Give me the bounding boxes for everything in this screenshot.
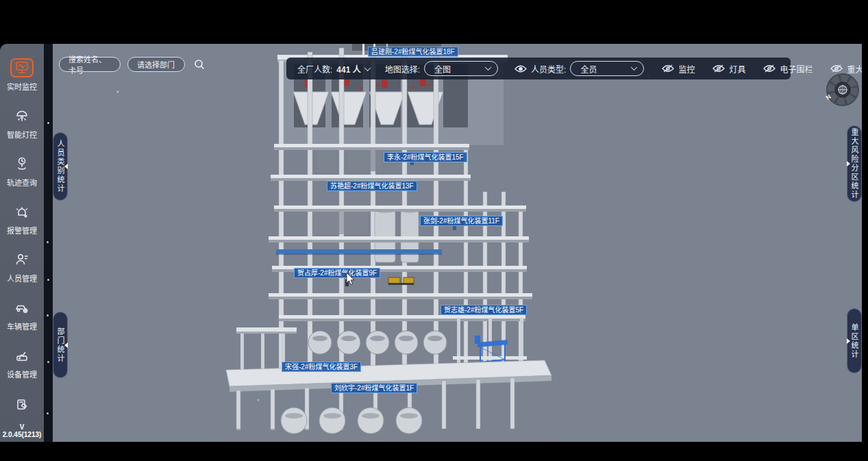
sidebar-item-personnel-management[interactable]: 人员管理 xyxy=(0,242,44,290)
panel-tab-single-zone-stats[interactable]: 单区统计 xyxy=(847,308,862,373)
panel-tab-department-stats[interactable]: 部门统计 xyxy=(53,312,68,378)
person-type-select[interactable]: 全员 xyxy=(570,61,644,76)
toggle-lights[interactable]: 灯具 xyxy=(712,63,745,75)
panel-tab-person-category-stats[interactable]: 人员类别统计 xyxy=(53,132,68,201)
total-headcount[interactable]: 全厂人数: 441 人 xyxy=(297,63,370,75)
app-screen: 实时监控 智能灯控 轨迹查询 报警管理 xyxy=(0,0,868,461)
person-label[interactable]: 吕建刚-2#粉煤气化装置18F xyxy=(368,47,458,57)
sidebar-item-label: 车辆管理 xyxy=(7,321,37,332)
sidebar: 实时监控 智能灯控 轨迹查询 报警管理 xyxy=(0,44,44,442)
toggle-electronic-fence[interactable]: 电子围栏 xyxy=(763,63,813,75)
sidebar-item-vehicle-management[interactable]: 车辆管理 xyxy=(0,290,44,338)
eye-icon[interactable] xyxy=(514,64,527,73)
sidebar-item-realtime-monitor[interactable]: 实时监控 xyxy=(0,51,44,99)
collapse-arrow-icon xyxy=(64,164,68,169)
map-select-label: 地图选择: xyxy=(385,63,420,75)
sidebar-item-label: 人员管理 xyxy=(7,273,37,284)
panel-tab-major-risk-zone-stats[interactable]: 重大风险分区统计 xyxy=(847,125,862,202)
eye-off-icon xyxy=(712,64,725,73)
access-card-icon xyxy=(10,395,34,414)
letterbox-bottom xyxy=(0,442,868,461)
sidebar-item-access-card[interactable] xyxy=(0,386,44,423)
main-row: 实时监控 智能灯控 轨迹查询 报警管理 xyxy=(0,44,868,442)
person-type-group: 人员类型: 全员 xyxy=(514,61,644,76)
chevron-down-icon xyxy=(631,64,638,71)
toggle-monitor[interactable]: 监控 xyxy=(662,63,695,75)
trajectory-icon xyxy=(10,154,34,173)
compass-gizmo[interactable]: N xyxy=(824,72,860,108)
collapse-arrow-icon xyxy=(847,161,850,166)
monitor-icon xyxy=(10,58,34,77)
sidebar-item-equipment-management[interactable]: 设备管理 xyxy=(0,338,44,386)
letterbox-top xyxy=(0,0,868,44)
map-select-group: 地图选择: 全图 xyxy=(385,61,498,76)
eye-off-icon xyxy=(662,64,674,73)
letterbox-right xyxy=(862,44,868,442)
sidebar-item-trajectory-query[interactable]: 轨迹查询 xyxy=(0,147,44,195)
search-icon[interactable] xyxy=(192,57,207,72)
viewport-3d[interactable]: 吕建刚-2#粉煤气化装置18F 李永-2#粉煤气化装置15F 苏艳超-2#粉煤气… xyxy=(53,44,862,442)
search-group: 搜索姓名、卡号 请选择部门 xyxy=(59,57,207,72)
app-version: V 2.0.45(1213) xyxy=(0,423,44,438)
person-label[interactable]: 苏艳超-2#粉煤气化装置13F xyxy=(327,181,417,191)
person-label[interactable]: 宋强-2#粉煤气化装置3F xyxy=(282,362,361,372)
person-icon xyxy=(10,250,34,269)
total-headcount-value: 441 人 xyxy=(336,63,360,75)
department-select[interactable]: 请选择部门 xyxy=(127,57,185,72)
person-label[interactable]: 贺志雄-2#粉煤气化装置5F xyxy=(441,305,527,315)
total-headcount-label: 全厂人数: xyxy=(297,63,332,75)
map-toolbar: 全厂人数: 441 人 地图选择: 全图 人员类型: xyxy=(286,58,791,79)
sidebar-item-label: 智能灯控 xyxy=(7,129,37,140)
chevron-down-icon xyxy=(364,64,371,71)
sidebar-gutter xyxy=(44,44,53,442)
eye-off-icon xyxy=(763,64,776,73)
search-input[interactable]: 搜索姓名、卡号 xyxy=(59,57,121,72)
sidebar-item-alarm-management[interactable]: 报警管理 xyxy=(0,195,44,242)
sidebar-item-label: 报警管理 xyxy=(7,225,37,236)
sidebar-item-label: 实时监控 xyxy=(7,81,37,92)
mouse-cursor xyxy=(346,273,356,286)
plant-3d-model xyxy=(53,44,862,442)
sidebar-item-smart-light[interactable]: 智能灯控 xyxy=(0,99,44,147)
sidebar-item-label: 设备管理 xyxy=(7,369,37,379)
collapse-arrow-icon xyxy=(847,338,850,344)
alarm-icon xyxy=(10,202,34,221)
person-label[interactable]: 李永-2#粉煤气化装置15F xyxy=(384,152,467,162)
sidebar-item-label: 轨迹查询 xyxy=(7,177,37,188)
vehicle-icon xyxy=(10,298,34,317)
person-label[interactable]: 贺占厚-2#粉煤气化装置9F xyxy=(294,268,380,278)
device-icon xyxy=(10,346,34,365)
lamp-icon xyxy=(10,106,34,125)
person-label[interactable]: 刘欣宇-2#粉煤气化装置1F xyxy=(331,383,417,393)
chevron-down-icon xyxy=(485,64,492,71)
person-label[interactable]: 张剑-2#粉煤气化装置11F xyxy=(420,216,503,226)
person-type-label: 人员类型: xyxy=(531,63,566,75)
map-select[interactable]: 全图 xyxy=(424,61,498,76)
collapse-arrow-icon xyxy=(64,342,68,348)
